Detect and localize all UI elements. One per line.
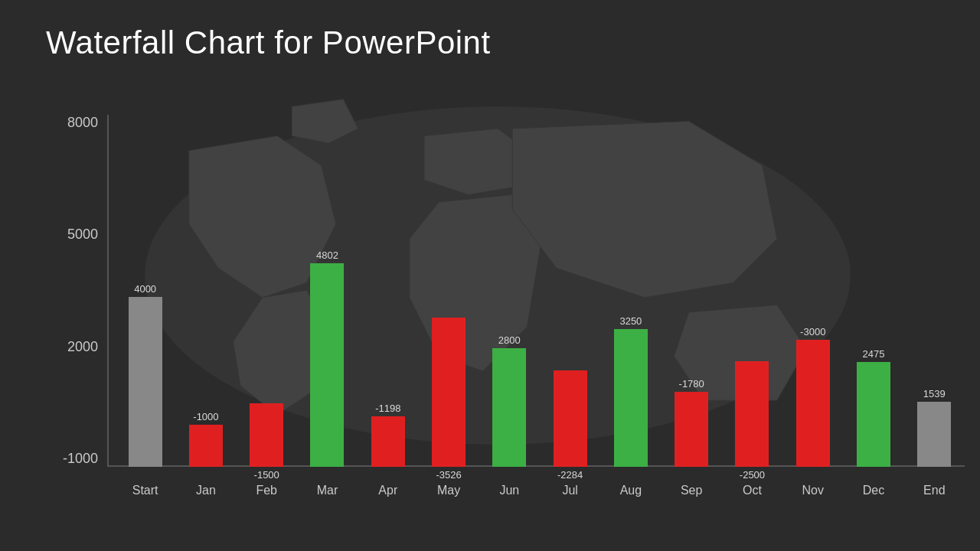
bar-group-dec: 2475Dec <box>843 362 903 467</box>
y-label-neg1000: -1000 <box>63 451 98 467</box>
y-axis: 8000 5000 2000 -1000 <box>46 107 107 505</box>
bar-nov: -3000 <box>796 340 830 467</box>
bar-group-apr: -1198Apr <box>358 416 418 467</box>
bar-group-feb: -1500Feb <box>237 403 297 467</box>
x-label-apr: Apr <box>378 484 397 497</box>
x-label-jun: Jun <box>499 484 519 497</box>
bar-group-jun: 2800Jun <box>479 348 540 467</box>
x-label-jul: Jul <box>562 484 577 497</box>
bar-value-may: -3526 <box>426 469 472 481</box>
y-label-8000: 8000 <box>67 115 98 131</box>
x-label-nov: Nov <box>802 484 824 497</box>
bar-sep: -1780 <box>675 392 708 467</box>
bar-group-sep: -1780Sep <box>662 392 722 467</box>
x-label-feb: Feb <box>256 484 277 497</box>
bar-group-aug: 3250Aug <box>600 329 661 467</box>
y-axis-line <box>107 115 109 467</box>
x-label-mar: Mar <box>317 484 338 497</box>
bar-oct: -2500 <box>735 361 769 467</box>
y-label-2000: 2000 <box>67 339 98 355</box>
bar-value-jun: 2800 <box>486 334 532 346</box>
bar-group-start: 4000Start <box>115 297 175 467</box>
y-label-5000: 5000 <box>67 227 98 243</box>
bar-group-nov: -3000Nov <box>782 340 843 467</box>
bar-aug: 3250 <box>614 329 648 467</box>
x-label-may: May <box>437 484 460 497</box>
x-label-aug: Aug <box>620 484 642 497</box>
bar-feb: -1500 <box>250 403 283 467</box>
bar-apr: -1198 <box>371 416 405 467</box>
chart-area: 8000 5000 2000 -1000 4000Start-1000Jan-1… <box>46 107 965 505</box>
x-label-jan: Jan <box>196 484 216 497</box>
bar-jun: 2800 <box>492 348 526 467</box>
bar-group-mar: 4802Mar <box>297 263 358 467</box>
bar-group-oct: -2500Oct <box>722 361 782 467</box>
bar-end: 1539 <box>917 402 951 467</box>
bar-value-end: 1539 <box>911 388 957 399</box>
x-label-oct: Oct <box>743 484 762 497</box>
bar-value-sep: -1780 <box>668 378 714 390</box>
bar-value-feb: -1500 <box>243 469 289 481</box>
page-title: Waterfall Chart for PowerPoint <box>46 24 491 61</box>
bar-value-jul: -2284 <box>547 469 593 481</box>
bar-value-mar: 4802 <box>304 249 350 261</box>
bar-value-jan: -1000 <box>183 411 229 422</box>
bar-jan: -1000 <box>189 425 223 467</box>
x-label-sep: Sep <box>681 484 702 497</box>
bar-group-jul: -2284Jul <box>540 370 600 467</box>
bar-mar: 4802 <box>310 263 344 467</box>
x-label-start: Start <box>132 484 158 497</box>
bar-group-jan: -1000Jan <box>175 425 236 467</box>
bar-value-apr: -1198 <box>365 403 411 414</box>
x-label-end: End <box>923 484 945 497</box>
bar-may: -3526 <box>432 318 466 467</box>
bar-value-nov: -3000 <box>790 326 836 337</box>
bar-dec: 2475 <box>857 362 890 467</box>
bar-group-end: 1539End <box>904 402 965 467</box>
x-label-dec: Dec <box>863 484 884 497</box>
bar-jul: -2284 <box>554 370 587 467</box>
bar-value-oct: -2500 <box>729 469 775 481</box>
bars-container: 4000Start-1000Jan-1500Feb4802Mar-1198Apr… <box>115 107 965 467</box>
bar-value-aug: 3250 <box>608 315 654 327</box>
bar-group-may: -3526May <box>418 318 479 467</box>
bar-start: 4000 <box>129 297 162 467</box>
bar-value-dec: 2475 <box>851 348 897 360</box>
bar-value-start: 4000 <box>122 283 168 295</box>
